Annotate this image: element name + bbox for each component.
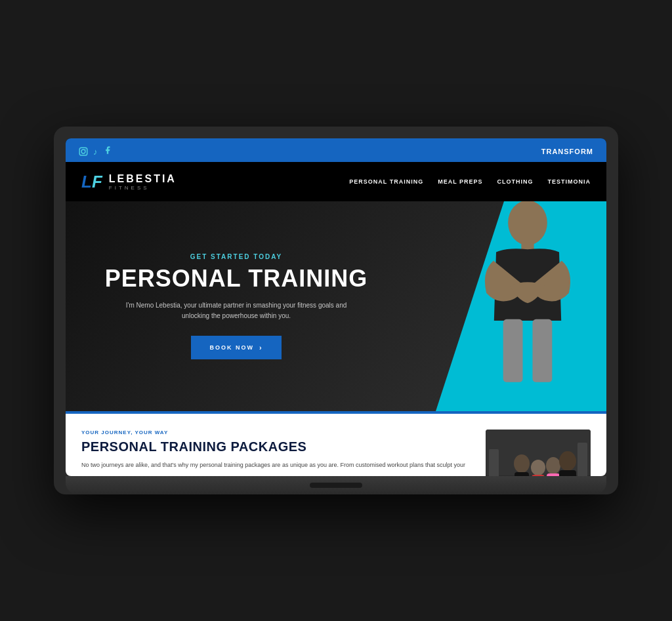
packages-image: LF [486,430,591,476]
packages-section: YOUR JOURNEY, YOUR WAY PERSONAL TRAINING… [66,414,606,476]
svg-point-2 [85,149,86,150]
svg-rect-14 [532,475,545,476]
laptop-screen: ♪ TRANSFORM LF LEBEST [66,138,606,476]
group-photo-svg: LF [486,430,591,476]
packages-tag: YOUR JOURNEY, YOUR WAY [81,430,472,435]
logo-tagline: FITNESS [109,185,177,191]
svg-rect-16 [547,473,560,476]
top-bar: ♪ TRANSFORM [66,141,606,162]
svg-point-11 [514,454,530,473]
laptop-base [66,476,606,494]
packages-text: YOUR JOURNEY, YOUR WAY PERSONAL TRAINING… [81,430,472,470]
svg-rect-10 [578,443,587,476]
svg-rect-5 [503,319,523,382]
chevron-right-icon: › [259,344,263,351]
hero-subtitle: GET STARTED TODAY [190,253,283,260]
instagram-icon[interactable] [79,147,88,156]
book-now-button[interactable]: BOOK NOW › [191,336,281,359]
svg-point-3 [508,201,547,245]
nav-clothing[interactable]: CLOTHING [497,178,534,185]
packages-description: No two journeys are alike, and that's wh… [81,460,472,470]
hero-description: I'm Nemo Lebestia, your ultimate partner… [125,300,348,321]
logo-brand-name: LEBESTIA [109,173,177,185]
hero-section: GET STARTED TODAY PERSONAL TRAINING I'm … [66,201,606,411]
svg-point-13 [531,460,545,475]
hero-content: GET STARTED TODAY PERSONAL TRAINING I'm … [66,201,407,411]
social-icons-group: ♪ [79,146,112,157]
top-bar-text: TRANSFORM [541,148,593,155]
logo-text-block: LEBESTIA FITNESS [109,173,177,191]
nav-meal-preps[interactable]: MEAL PREPS [438,178,482,185]
logo[interactable]: LF LEBESTIA FITNESS [81,172,177,191]
svg-rect-18 [559,470,576,476]
svg-point-1 [81,150,85,153]
navigation: LF LEBESTIA FITNESS PERSONAL TRAINING ME… [66,162,606,201]
logo-lf-mark: LF [81,172,102,191]
nav-links: PERSONAL TRAINING MEAL PREPS CLOTHING TE… [349,178,591,185]
svg-point-15 [546,457,560,474]
svg-rect-0 [79,148,87,155]
svg-rect-6 [532,319,552,382]
svg-rect-9 [489,449,499,476]
tiktok-icon[interactable]: ♪ [93,147,98,157]
svg-rect-12 [514,472,529,476]
book-now-label: BOOK NOW [209,344,254,351]
hero-person-image [455,201,600,405]
hero-title: PERSONAL TRAINING [105,266,368,292]
nav-personal-training[interactable]: PERSONAL TRAINING [349,178,423,185]
person-silhouette [455,201,600,405]
website: ♪ TRANSFORM LF LEBEST [66,138,606,476]
laptop-trackpad [310,483,362,488]
packages-title: PERSONAL TRAINING PACKAGES [81,439,472,454]
nav-testimonials[interactable]: TESTIMONIA [548,178,591,185]
svg-point-17 [559,451,576,471]
laptop-frame: ♪ TRANSFORM LF LEBEST [54,127,618,494]
facebook-icon[interactable] [103,146,112,157]
